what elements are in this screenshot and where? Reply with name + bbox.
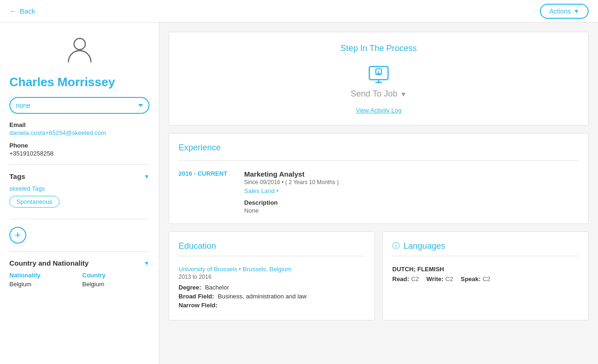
add-tag-button[interactable]: +	[9, 227, 26, 244]
country-value: Belgium	[82, 281, 150, 288]
edu-broad-field-label: Broad Field:	[179, 293, 214, 300]
step-title: Step In The Process	[179, 44, 579, 53]
divider-1	[9, 164, 150, 165]
nationality-label: Nationality	[9, 272, 77, 279]
nationality-value: Belgium	[9, 281, 77, 288]
read-skill: Read: C2	[392, 275, 419, 282]
avatar-container	[9, 37, 150, 67]
edu-broad-field-row: Broad Field: Business, administration an…	[179, 293, 365, 300]
step-in-process-card: Step In The Process Send To Job ▼ View A…	[169, 32, 589, 126]
actions-label: Actions	[549, 7, 571, 15]
exp-desc-value: None	[244, 207, 579, 214]
languages-title: Languages	[404, 241, 445, 251]
write-label: Write:	[426, 275, 444, 282]
send-to-job-chevron-icon: ▼	[400, 90, 407, 98]
write-skill: Write: C2	[426, 275, 453, 282]
view-activity-link[interactable]: View Activity Log	[356, 107, 401, 114]
tag-spontaneous: Spontaneous	[9, 196, 60, 208]
send-to-job-text: Send To Job	[351, 89, 397, 99]
email-label: Email	[9, 121, 150, 128]
send-to-job-icon	[367, 63, 390, 85]
candidate-name: Charles Morrissey	[9, 75, 150, 89]
exp-details: Marketing Analyst Since 09/2016 • ( 2 Ye…	[244, 170, 579, 214]
edu-degree-value: Bachelor	[205, 284, 229, 291]
divider-3	[9, 251, 150, 252]
country-nationality-header[interactable]: Country and Nationality ▼	[9, 259, 150, 267]
languages-header: ⓘ Languages	[392, 241, 579, 251]
language-name: DUTCH; FLEMISH	[392, 266, 579, 273]
education-title: Education	[179, 241, 365, 251]
education-card: Education University of Brussels • Bruss…	[169, 231, 375, 320]
experience-row: 2016 - CURRENT Marketing Analyst Since 0…	[179, 170, 579, 214]
actions-chevron-icon: ▼	[574, 8, 579, 15]
phone-value: +351910258258	[9, 150, 150, 157]
avatar-icon	[67, 37, 92, 67]
back-arrow-icon: ←	[9, 7, 17, 15]
send-to-job-label[interactable]: Send To Job ▼	[179, 89, 579, 99]
bottom-cards: Education University of Brussels • Bruss…	[169, 231, 589, 320]
edu-degree-label: Degree:	[179, 284, 201, 291]
edu-narrow-field-row: Narrow Field:	[179, 302, 365, 309]
sidebar: Charles Morrissey none Email daniela.cos…	[0, 22, 159, 364]
write-value: C2	[445, 275, 453, 282]
exp-duration: Since 09/2016 • ( 2 Years 10 Months )	[244, 179, 579, 186]
languages-divider	[392, 256, 579, 256]
right-content: Step In The Process Send To Job ▼ View A…	[159, 22, 598, 364]
exp-desc-label: Description	[244, 199, 579, 206]
country-nationality-section: Country and Nationality ▼ Nationality Be…	[9, 259, 150, 288]
edu-narrow-field-label: Narrow Field:	[179, 302, 217, 309]
tags-section-header[interactable]: Tags ▼	[9, 172, 150, 180]
email-value[interactable]: daniela.costa+65254@skeeled.com	[9, 129, 150, 136]
edu-broad-field-value: Business, administration and law	[218, 293, 306, 300]
language-skills: Read: C2 Write: C2 Speak: C2	[392, 275, 579, 282]
email-section: Email daniela.costa+65254@skeeled.com	[9, 121, 150, 136]
phone-section: Phone +351910258258	[9, 142, 150, 157]
exp-company: Sales Land •	[244, 187, 579, 194]
send-to-job-icon-container	[179, 63, 579, 85]
skeeled-tags-label: skeeled Tags	[9, 185, 150, 192]
divider-2	[9, 219, 150, 219]
speak-skill: Speak: C2	[461, 275, 490, 282]
exp-job-title: Marketing Analyst	[244, 170, 579, 178]
language-item: DUTCH; FLEMISH Read: C2 Write: C2 Speak:	[392, 266, 579, 282]
country-column: Country Belgium	[82, 272, 150, 288]
country-label: Country	[82, 272, 150, 279]
svg-point-0	[74, 38, 85, 50]
info-icon: ⓘ	[392, 241, 400, 251]
phone-label: Phone	[9, 142, 150, 149]
tags-section-title: Tags	[9, 172, 25, 180]
speak-label: Speak:	[461, 275, 481, 282]
speak-value: C2	[483, 275, 491, 282]
nationality-column: Nationality Belgium	[9, 272, 77, 288]
main-layout: Charles Morrissey none Email daniela.cos…	[0, 22, 598, 364]
cn-grid: Nationality Belgium Country Belgium	[9, 272, 150, 288]
tags-chevron-icon: ▼	[144, 173, 150, 180]
education-divider	[179, 256, 365, 256]
country-nationality-title: Country and Nationality	[9, 259, 89, 267]
read-value: C2	[411, 275, 419, 282]
read-label: Read:	[392, 275, 409, 282]
add-icon: +	[15, 229, 21, 241]
edu-years: 2013 to 2016	[179, 274, 365, 280]
back-label: Back	[20, 7, 35, 15]
country-nationality-chevron-icon: ▼	[144, 260, 150, 267]
languages-card: ⓘ Languages DUTCH; FLEMISH Read: C2 Writ…	[382, 231, 589, 320]
tag-select[interactable]: none	[9, 97, 150, 114]
experience-card: Experience 2016 - CURRENT Marketing Anal…	[169, 133, 589, 224]
back-button[interactable]: ← Back	[9, 7, 35, 15]
edu-degree-row: Degree: Bachelor	[179, 284, 365, 291]
edu-university: University of Brussels • Brussels, Belgi…	[179, 266, 365, 273]
actions-button[interactable]: Actions ▼	[540, 4, 589, 19]
experience-divider	[179, 160, 579, 161]
exp-period: 2016 - CURRENT	[179, 170, 235, 214]
topbar: ← Back Actions ▼	[0, 0, 598, 22]
experience-title: Experience	[179, 143, 579, 153]
